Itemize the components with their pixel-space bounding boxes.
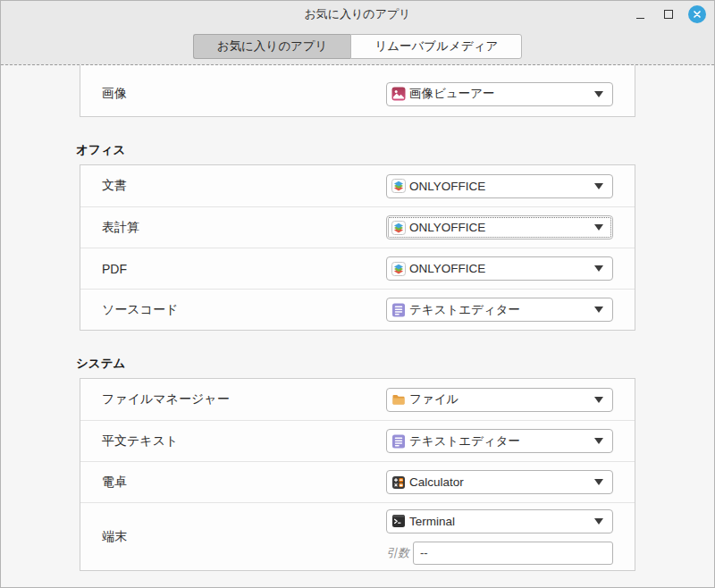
row-label: ソースコード	[102, 302, 386, 318]
terminal-icon	[391, 514, 406, 528]
settings-row: 文書ONLYOFFICE	[80, 165, 635, 206]
text-editor-icon	[391, 434, 406, 449]
app-dropdown[interactable]: ONLYOFFICE	[386, 256, 613, 281]
app-dropdown[interactable]: ファイル	[386, 388, 613, 412]
row-label: 文書	[102, 178, 386, 194]
settings-row: 平文テキストテキストエディター	[80, 420, 635, 461]
chevron-down-icon	[594, 183, 603, 189]
chevron-down-icon	[594, 265, 603, 272]
terminal-args-line: 引数	[386, 542, 613, 565]
app-dropdown[interactable]: Calculator	[386, 470, 613, 494]
selected-app-label: ONLYOFFICE	[409, 180, 594, 193]
tab-removable-media[interactable]: リムーバブルメディア	[350, 34, 522, 59]
selected-app-label: テキストエディター	[409, 302, 594, 318]
settings-row: 電卓Calculator	[80, 461, 635, 502]
close-button[interactable]	[687, 4, 707, 24]
selected-app-label: ONLYOFFICE	[409, 262, 594, 275]
selected-app-label: 画像ビューアー	[409, 86, 594, 102]
row-label: 平文テキスト	[102, 433, 386, 449]
image-viewer-icon	[391, 87, 406, 101]
selected-app-label: ファイル	[409, 391, 594, 407]
app-dropdown[interactable]: テキストエディター	[386, 298, 613, 322]
favorite-apps-window: お気に入りのアプリ お気に入りのアプリリムーバブルメディア 画像画像ビューアーオ…	[0, 0, 715, 588]
args-label: 引数	[386, 545, 409, 561]
args-input[interactable]	[413, 542, 613, 565]
tab-favorite-apps[interactable]: お気に入りのアプリ	[193, 34, 351, 59]
settings-row: ソースコードテキストエディター	[80, 289, 635, 330]
window-title: お気に入りのアプリ	[304, 6, 410, 22]
row-label: ファイルマネージャー	[102, 391, 386, 407]
titlebar[interactable]: お気に入りのアプリ	[1, 1, 714, 28]
content-area: 画像画像ビューアーオフィス文書ONLYOFFICE表計算ONLYOFFICEPD…	[1, 65, 714, 571]
selected-app-label: テキストエディター	[409, 433, 594, 449]
settings-row: 端末Terminal引数	[80, 502, 635, 570]
selected-app-label: Calculator	[409, 475, 594, 489]
settings-panel: 画像画像ビューアー	[80, 65, 635, 117]
calculator-icon	[391, 475, 406, 490]
settings-panel: ファイルマネージャーファイル平文テキストテキストエディター電卓Calculato…	[80, 378, 635, 571]
chevron-down-icon	[594, 479, 603, 485]
close-icon	[688, 5, 706, 23]
chevron-down-icon	[594, 224, 603, 231]
app-dropdown[interactable]: 画像ビューアー	[386, 82, 613, 106]
section-header: オフィス	[76, 143, 635, 157]
settings-row: 表計算ONLYOFFICE	[80, 206, 635, 248]
window-controls	[630, 1, 707, 28]
onlyoffice-icon	[391, 262, 406, 276]
minimize-icon	[636, 18, 644, 19]
row-label: 表計算	[102, 220, 386, 236]
row-label: 電卓	[102, 475, 386, 491]
settings-panel: 文書ONLYOFFICE表計算ONLYOFFICEPDFONLYOFFICEソー…	[80, 164, 635, 331]
chevron-down-icon	[594, 307, 603, 313]
app-dropdown[interactable]: Terminal	[386, 509, 613, 533]
chevron-down-icon	[594, 397, 603, 403]
app-dropdown[interactable]: テキストエディター	[386, 429, 613, 453]
maximize-icon	[664, 10, 673, 19]
folder-icon	[391, 392, 406, 407]
text-editor-icon	[391, 303, 406, 317]
chevron-down-icon	[594, 518, 603, 525]
tab-bar: お気に入りのアプリリムーバブルメディア	[1, 28, 714, 63]
selected-app-label: Terminal	[409, 515, 594, 528]
chevron-down-icon	[594, 91, 603, 97]
settings-row: PDFONLYOFFICE	[80, 248, 635, 289]
app-dropdown[interactable]: ONLYOFFICE	[386, 215, 613, 239]
row-label: 画像	[102, 86, 386, 102]
app-dropdown[interactable]: ONLYOFFICE	[386, 174, 613, 198]
row-label: PDF	[102, 262, 386, 276]
maximize-button[interactable]	[659, 4, 678, 24]
selected-app-label: ONLYOFFICE	[409, 221, 594, 234]
minimize-button[interactable]	[630, 4, 650, 24]
settings-row: 画像画像ビューアー	[80, 65, 635, 116]
onlyoffice-icon	[391, 179, 406, 193]
chevron-down-icon	[594, 438, 603, 444]
onlyoffice-icon	[391, 221, 406, 235]
section-header: システム	[76, 357, 635, 371]
settings-row: ファイルマネージャーファイル	[80, 379, 635, 420]
header-bar: お気に入りのアプリ お気に入りのアプリリムーバブルメディア	[1, 1, 714, 65]
row-label: 端末	[102, 529, 386, 545]
